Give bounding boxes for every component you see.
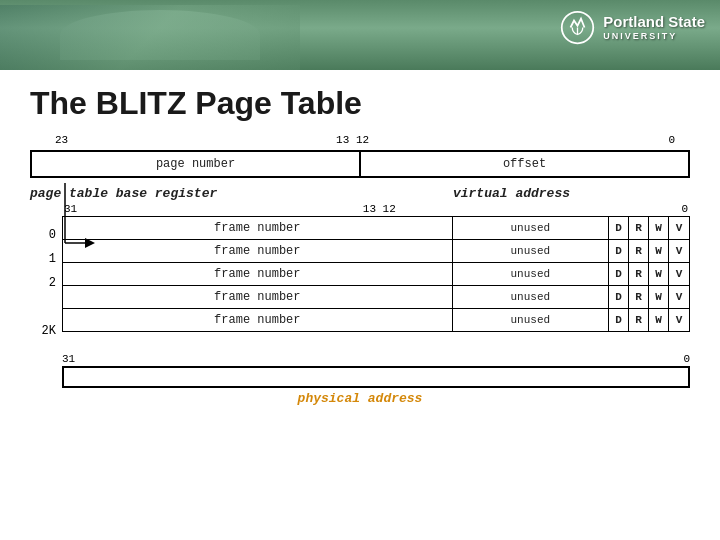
- pt-bit-31: 31: [64, 203, 77, 215]
- table-row: frame number unused D R W V: [62, 308, 690, 332]
- flag-v-3: V: [669, 286, 689, 308]
- virtual-address-label: virtual address: [453, 186, 570, 201]
- unused-3: unused: [453, 286, 609, 308]
- va-bit-1312: 13 12: [336, 134, 369, 146]
- pt-bit-1312: 13 12: [363, 203, 396, 215]
- pt-bit-labels: 31 13 12 0: [62, 203, 690, 215]
- flag-w-2k: W: [649, 309, 669, 331]
- psu-icon: [560, 10, 595, 45]
- frame-number-3: frame number: [63, 286, 453, 308]
- flag-r-2k: R: [629, 309, 649, 331]
- va-bit-labels: 23 13 12 0: [55, 134, 675, 148]
- flag-w-2: W: [649, 263, 669, 285]
- table-row: frame number unused D R W V: [62, 239, 690, 263]
- pt-row-labels: 0 1 2 2K: [30, 203, 62, 343]
- psu-logo: Portland State UNIVERSITY: [560, 10, 705, 45]
- unused-2: unused: [453, 263, 609, 285]
- psu-university: UNIVERSITY: [603, 31, 705, 42]
- psu-portland: Portland State: [603, 13, 705, 31]
- flag-d-0: D: [609, 217, 629, 239]
- phys-row: [30, 366, 690, 388]
- flag-r-1: R: [629, 240, 649, 262]
- pt-bit-0: 0: [681, 203, 688, 215]
- flag-d-2: D: [609, 263, 629, 285]
- flag-d-1: D: [609, 240, 629, 262]
- unused-2k: unused: [453, 309, 609, 331]
- flag-v-1: V: [669, 240, 689, 262]
- ptbr-label: page table base register: [30, 186, 217, 201]
- physical-address-section: 31 0 physical address: [30, 353, 690, 406]
- row-label-0: 0: [30, 223, 62, 247]
- frame-number-0: frame number: [63, 217, 453, 239]
- page-table: 31 13 12 0 frame number unused D R W V f…: [62, 203, 690, 331]
- main-content: The BLITZ Page Table 23 13 12 0 page num…: [0, 70, 720, 540]
- phys-bit-0: 0: [683, 353, 690, 365]
- frame-number-2: frame number: [63, 263, 453, 285]
- flag-v-0: V: [669, 217, 689, 239]
- psu-text: Portland State UNIVERSITY: [603, 13, 705, 42]
- va-diagram-box: page number offset: [30, 150, 690, 178]
- unused-1: unused: [453, 240, 609, 262]
- va-bit-23: 23: [55, 134, 68, 146]
- physical-address-box: [62, 366, 690, 388]
- pt-layout: 0 1 2 2K 31 13 12 0: [30, 203, 690, 343]
- flag-r-3: R: [629, 286, 649, 308]
- va-page-number: page number: [32, 152, 361, 176]
- unused-0: unused: [453, 217, 609, 239]
- row-label-2: 2: [30, 271, 62, 295]
- flag-d-2k: D: [609, 309, 629, 331]
- flag-r-0: R: [629, 217, 649, 239]
- row-label-2k: 2K: [30, 319, 62, 343]
- flag-w-0: W: [649, 217, 669, 239]
- table-row: frame number unused D R W V: [62, 216, 690, 240]
- flag-w-1: W: [649, 240, 669, 262]
- frame-number-2k: frame number: [63, 309, 453, 331]
- flag-v-2k: V: [669, 309, 689, 331]
- flag-w-3: W: [649, 286, 669, 308]
- va-bit-0: 0: [668, 134, 675, 146]
- row-label-blank: [30, 295, 62, 319]
- virtual-address-diagram: page number offset: [30, 150, 690, 178]
- frame-number-1: frame number: [63, 240, 453, 262]
- va-offset: offset: [361, 152, 688, 176]
- phys-bit-31: 31: [62, 353, 75, 365]
- flag-d-3: D: [609, 286, 629, 308]
- physical-address-label: physical address: [30, 391, 690, 406]
- flag-v-2: V: [669, 263, 689, 285]
- phys-bit-labels: 31 0: [62, 353, 690, 365]
- table-row: frame number unused D R W V: [62, 285, 690, 309]
- row-label-1: 1: [30, 247, 62, 271]
- table-row: frame number unused D R W V: [62, 262, 690, 286]
- virtual-address-section: 23 13 12 0 page number offset: [30, 134, 690, 178]
- page-title: The BLITZ Page Table: [30, 85, 690, 122]
- flag-r-2: R: [629, 263, 649, 285]
